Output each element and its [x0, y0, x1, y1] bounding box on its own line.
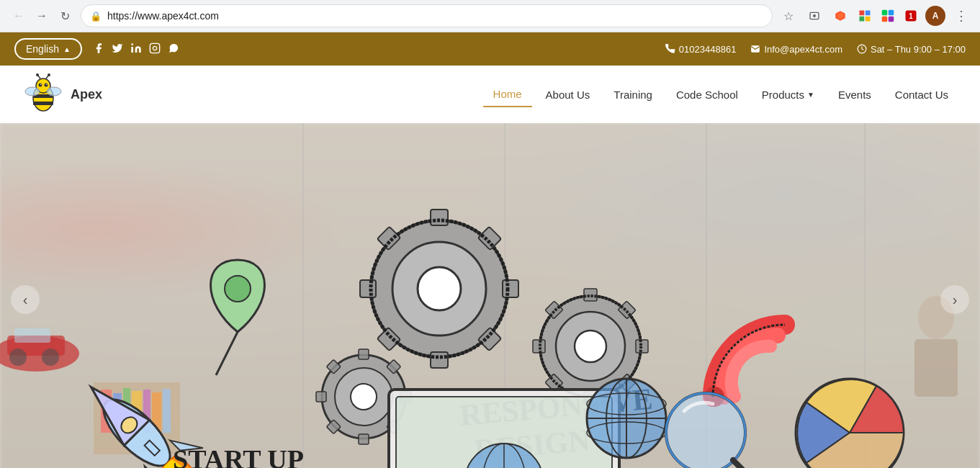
svg-rect-50: [163, 389, 171, 433]
svg-rect-21: [33, 102, 53, 105]
browser-toolbar: ← → ↻ 🔒 https://www.apex4ct.com ☆: [0, 0, 980, 32]
svg-rect-8: [882, 10, 888, 16]
star-button[interactable]: ☆: [778, 6, 799, 26]
svg-text:START UP: START UP: [173, 444, 304, 468]
phone-number: 01023448861: [679, 44, 737, 55]
svg-rect-7: [866, 17, 871, 22]
svg-rect-11: [889, 17, 894, 22]
svg-rect-56: [360, 280, 376, 297]
svg-rect-34: [302, 123, 304, 468]
hours-info: Sat – Thu 9:00 – 17:00: [857, 44, 966, 55]
extension-2[interactable]: [879, 7, 896, 24]
forward-button[interactable]: →: [32, 6, 52, 26]
svg-point-1: [813, 14, 816, 17]
nav-item-codeschool[interactable]: Code School: [666, 83, 748, 107]
slider-next-button[interactable]: ›: [940, 285, 969, 314]
svg-point-40: [9, 348, 27, 366]
main-nav: Home About Us Training Code School Produ…: [483, 82, 958, 107]
top-bar-right: 01023448861 Info@apex4ct.com Sat – Thu 9…: [665, 44, 966, 55]
clock-icon: [857, 44, 867, 54]
profile-avatar[interactable]: A: [925, 6, 945, 26]
svg-rect-80: [316, 392, 326, 402]
svg-point-41: [42, 348, 59, 366]
facebook-icon[interactable]: [93, 42, 104, 56]
brave-button[interactable]: [830, 6, 850, 26]
svg-point-26: [46, 84, 48, 85]
svg-rect-79: [359, 434, 369, 444]
header: Apex Home About Us Training Code School …: [0, 66, 980, 123]
logo-text: Apex: [71, 87, 102, 102]
hero-illustration: RESPONSIVE DESIGN: [0, 123, 980, 468]
svg-point-31: [25, 87, 40, 96]
slider-prev-button[interactable]: ‹: [11, 285, 40, 314]
svg-rect-15: [150, 43, 159, 53]
hero-slider: RESPONSIVE DESIGN: [0, 123, 980, 468]
svg-point-53: [418, 267, 461, 310]
phone-info: 01023448861: [665, 44, 737, 55]
nav-item-training[interactable]: Training: [603, 83, 662, 107]
top-bar-left: English ▲: [14, 38, 179, 60]
svg-rect-5: [866, 11, 871, 16]
svg-rect-4: [860, 11, 865, 16]
back-button[interactable]: ←: [9, 6, 29, 26]
email-icon: [750, 44, 760, 54]
nav-item-products[interactable]: Products ▼: [752, 83, 824, 107]
browser-chrome: ← → ↻ 🔒 https://www.apex4ct.com ☆: [0, 0, 980, 32]
svg-point-23: [39, 84, 42, 87]
menu-button[interactable]: ⋮: [951, 6, 971, 26]
language-selector[interactable]: English ▲: [14, 38, 82, 60]
reload-button[interactable]: ↻: [55, 6, 75, 26]
phone-icon: [665, 44, 675, 54]
url-text: https://www.apex4ct.com: [107, 10, 763, 22]
screenshot-button[interactable]: [804, 6, 824, 26]
svg-rect-55: [431, 352, 448, 368]
svg-rect-6: [860, 17, 865, 22]
svg-point-65: [575, 330, 606, 362]
svg-rect-10: [882, 17, 888, 22]
instagram-icon[interactable]: [149, 42, 161, 56]
browser-nav-buttons: ← → ↻: [9, 6, 75, 26]
whatsapp-icon[interactable]: [168, 42, 179, 56]
logo[interactable]: Apex: [22, 73, 102, 116]
address-bar[interactable]: 🔒 https://www.apex4ct.com: [81, 4, 773, 27]
nav-item-home[interactable]: Home: [483, 82, 532, 107]
nav-item-about[interactable]: About Us: [536, 83, 601, 107]
svg-point-24: [45, 84, 48, 87]
svg-point-90: [225, 276, 251, 302]
svg-point-25: [40, 84, 42, 85]
social-icons: [93, 42, 179, 56]
svg-rect-54: [431, 210, 448, 225]
email-address: Info@apex4ct.com: [764, 44, 842, 55]
svg-point-28: [36, 73, 39, 76]
lock-icon: 🔒: [90, 11, 102, 22]
twitter-icon[interactable]: [112, 42, 123, 56]
nav-item-contact[interactable]: Contact Us: [885, 83, 958, 107]
extension-1[interactable]: [856, 7, 873, 24]
linkedin-icon[interactable]: [130, 42, 142, 56]
extension-badge[interactable]: 1: [902, 7, 920, 24]
svg-rect-115: [914, 339, 958, 397]
email-info: Info@apex4ct.com: [750, 44, 842, 55]
products-dropdown-icon: ▼: [807, 91, 814, 99]
svg-rect-78: [359, 349, 369, 359]
browser-actions: ☆: [778, 6, 971, 26]
lang-label: English: [26, 43, 59, 55]
svg-text:1: 1: [909, 12, 913, 20]
svg-point-32: [47, 87, 61, 96]
svg-rect-42: [14, 328, 50, 343]
top-bar: English ▲ 01023448861: [0, 32, 980, 66]
svg-point-30: [48, 73, 50, 76]
logo-image: [22, 73, 65, 116]
svg-point-14: [131, 43, 133, 45]
svg-rect-9: [889, 10, 894, 16]
business-hours: Sat – Thu 9:00 – 17:00: [871, 44, 966, 55]
lang-arrow-icon: ▲: [63, 45, 71, 53]
nav-item-events[interactable]: Events: [828, 83, 881, 107]
svg-rect-57: [503, 280, 518, 297]
svg-point-77: [351, 384, 377, 410]
